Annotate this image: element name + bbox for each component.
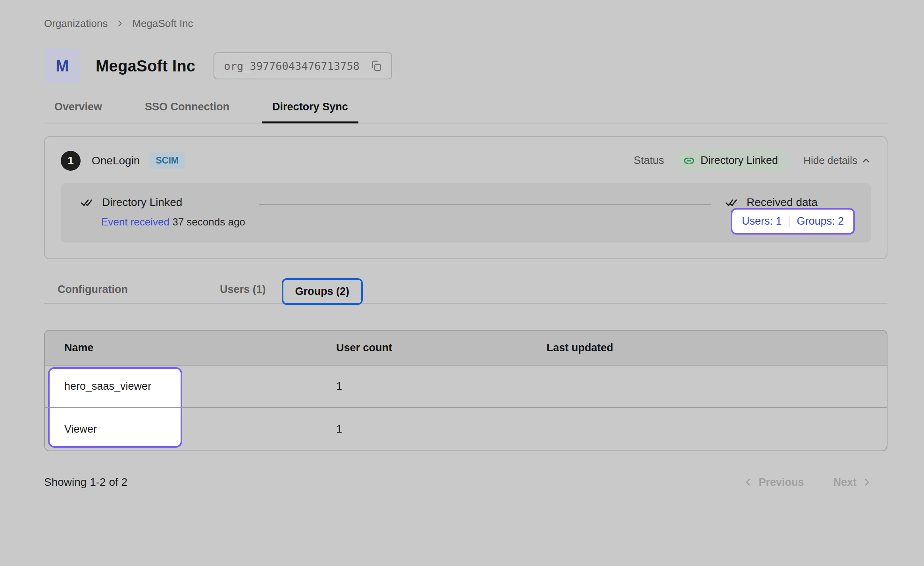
org-id-value: org_39776043476713758 <box>224 60 359 72</box>
groups-count-link[interactable]: Groups: 2 <box>797 215 844 227</box>
directory-provider: 1 OneLogin SCIM <box>61 151 185 171</box>
status-label: Status <box>634 154 664 167</box>
counts-divider <box>789 216 789 227</box>
directory-card-header: 1 OneLogin SCIM Status Directory Linked <box>61 150 871 171</box>
users-count-link[interactable]: Users: 1 <box>742 215 782 227</box>
table-row[interactable]: hero_saas_viewer 1 <box>45 366 887 408</box>
group-name-cell: hero_saas_viewer <box>45 380 317 393</box>
onelogin-logo: 1 <box>61 151 81 171</box>
sync-timeline-panel: Directory Linked Event received 37 secon… <box>61 183 871 243</box>
next-button[interactable]: Next <box>833 476 872 489</box>
subtab-groups[interactable]: Groups (2) <box>282 278 363 305</box>
chevron-up-icon <box>861 156 871 166</box>
received-counts-highlight: Users: 1 Groups: 2 <box>731 208 855 235</box>
directory-status-area: Status Directory Linked Hide details <box>634 150 871 171</box>
tab-overview[interactable]: Overview <box>54 101 102 123</box>
double-check-icon <box>724 195 739 210</box>
column-header-name: Name <box>45 342 317 354</box>
breadcrumb-organizations[interactable]: Organizations <box>44 17 108 30</box>
link-icon <box>683 155 695 167</box>
breadcrumb-current: MegaSoft Inc <box>132 17 193 30</box>
double-check-icon <box>80 195 94 210</box>
group-name-cell: Viewer <box>45 423 317 435</box>
event-received-time: 37 seconds ago <box>172 216 245 228</box>
org-header: M MegaSoft Inc org_39776043476713758 <box>44 48 887 84</box>
chevron-right-icon <box>116 19 124 28</box>
hide-details-label: Hide details <box>803 154 857 167</box>
org-avatar: M <box>44 48 81 84</box>
showing-count: Showing 1-2 of 2 <box>44 476 127 489</box>
directory-subtabs: Configuration Users (1) Groups (2) <box>44 276 887 304</box>
table-footer: Showing 1-2 of 2 Previous Next <box>44 476 887 489</box>
page-title: MegaSoft Inc <box>96 57 195 75</box>
chevron-left-icon <box>743 477 753 487</box>
org-tabs: Overview SSO Connection Directory Sync <box>44 101 887 123</box>
org-id-field[interactable]: org_39776043476713758 <box>214 52 392 79</box>
subtab-users[interactable]: Users (1) <box>220 283 266 296</box>
user-count-cell: 1 <box>317 380 527 393</box>
organization-directory-page: Organizations MegaSoft Inc M MegaSoft In… <box>0 0 924 489</box>
groups-table: Name User count Last updated hero_saas_v… <box>44 330 887 451</box>
table-row[interactable]: Viewer 1 <box>45 408 887 450</box>
tab-sso-connection[interactable]: SSO Connection <box>145 101 229 123</box>
breadcrumb: Organizations MegaSoft Inc <box>44 17 887 29</box>
timeline-received-title: Received data <box>747 196 818 209</box>
chevron-right-icon <box>862 477 872 487</box>
status-value: Directory Linked <box>701 154 778 167</box>
copy-icon <box>370 60 383 72</box>
directory-card: 1 OneLogin SCIM Status Directory Linked <box>44 136 887 259</box>
provider-name: OneLogin <box>92 154 140 167</box>
tab-directory-sync[interactable]: Directory Sync <box>272 101 348 123</box>
timeline-linked-title: Directory Linked <box>102 196 182 209</box>
previous-button[interactable]: Previous <box>743 476 804 489</box>
next-label: Next <box>833 476 857 489</box>
previous-label: Previous <box>758 476 804 489</box>
hide-details-toggle[interactable]: Hide details <box>803 154 871 167</box>
copy-button[interactable] <box>370 60 383 72</box>
subtab-configuration[interactable]: Configuration <box>58 283 128 296</box>
pagination: Previous Next <box>743 476 872 489</box>
status-badge: Directory Linked <box>675 150 787 171</box>
timeline-step-received: Received data Users: 1 Groups: 2 <box>724 195 855 235</box>
column-header-user-count: User count <box>317 342 527 354</box>
event-received-link[interactable]: Event received <box>101 216 169 228</box>
timeline-connector-line <box>259 204 711 205</box>
user-count-cell: 1 <box>317 423 527 435</box>
timeline-step-linked: Directory Linked Event received 37 secon… <box>80 195 245 228</box>
scim-badge: SCIM <box>149 152 185 169</box>
table-header-row: Name User count Last updated <box>45 331 887 366</box>
column-header-last-updated: Last updated <box>527 342 887 354</box>
